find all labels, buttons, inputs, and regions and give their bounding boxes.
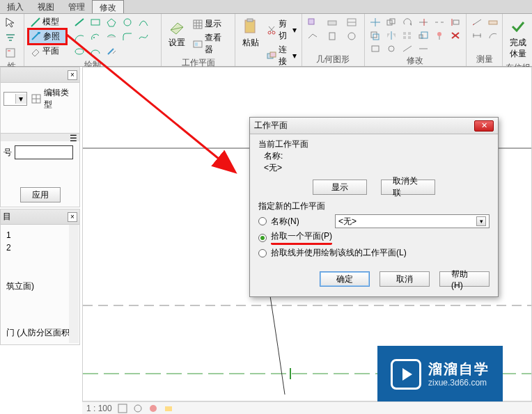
mod-15[interactable] xyxy=(400,42,415,56)
sb-icon[interactable] xyxy=(118,404,127,413)
plane-btn[interactable]: 平面 xyxy=(29,45,66,58)
close-icon[interactable]: × xyxy=(68,70,77,80)
tree-row[interactable]: 2 xyxy=(3,241,77,254)
halfellipse-tool[interactable] xyxy=(88,45,103,58)
group-measure-label: 测量 xyxy=(469,53,499,66)
ok-button[interactable]: 确定 xyxy=(320,271,370,287)
svg-point-25 xyxy=(272,31,275,34)
pick-lines-tool[interactable] xyxy=(104,45,119,58)
ellipse-tool[interactable] xyxy=(72,45,87,58)
mod-16[interactable] xyxy=(416,42,431,56)
viewer-btn[interactable]: 查看器 xyxy=(191,31,231,56)
dialog-title: 工作平面 xyxy=(254,120,288,132)
apply-btn[interactable]: 应用 xyxy=(20,187,61,202)
tree-row[interactable]: 筑立面) xyxy=(3,279,77,294)
mod-13[interactable] xyxy=(368,42,383,56)
finish-btn[interactable]: 完成 休量 xyxy=(506,15,531,61)
cut-btn[interactable]: 剪切 ▾ xyxy=(265,17,299,42)
svg-line-7 xyxy=(75,19,84,26)
mod-rotate[interactable] xyxy=(400,15,415,29)
arc-start-tool[interactable] xyxy=(72,30,87,44)
cancel-button[interactable]: 取消 xyxy=(380,271,430,287)
close-icon[interactable]: ✕ xyxy=(474,120,494,132)
tab-insert[interactable]: 插入 xyxy=(0,0,31,13)
fillet-tool[interactable] xyxy=(120,30,135,44)
meas-3[interactable] xyxy=(469,29,485,42)
svg-rect-3 xyxy=(6,49,15,57)
mod-delete[interactable] xyxy=(448,29,463,42)
help-button[interactable]: 帮助(H) xyxy=(439,271,490,287)
sb-icon[interactable] xyxy=(148,404,158,413)
watermark-title: 溜溜自学 xyxy=(428,360,490,378)
mod-mirror[interactable] xyxy=(384,29,399,42)
plane-icon xyxy=(31,47,40,56)
viewer-icon xyxy=(193,39,203,49)
select-icon[interactable] xyxy=(3,15,18,29)
opt-line-label: 拾取线并使用绘制该线的工作平面(L) xyxy=(271,247,407,259)
radio-pick-plane[interactable] xyxy=(258,234,267,242)
arc-center-tool[interactable] xyxy=(88,30,103,44)
rect-tool[interactable] xyxy=(88,15,103,29)
show-workplane-btn[interactable]: 显示 xyxy=(191,17,231,31)
arc-tan-tool[interactable] xyxy=(104,30,119,44)
set-workplane-btn[interactable]: 设置 xyxy=(164,15,189,50)
scrollbar[interactable] xyxy=(69,225,79,343)
radio-pick-line[interactable] xyxy=(258,249,267,257)
type-combo[interactable]: ▾ xyxy=(3,92,27,106)
field-input[interactable] xyxy=(15,145,73,159)
meas-1[interactable] xyxy=(469,15,485,29)
ribbon: 性 模型 参照 平面 xyxy=(0,14,532,67)
meas-4[interactable] xyxy=(485,29,501,42)
tree-row[interactable]: 1 xyxy=(3,229,77,241)
sb-icon[interactable] xyxy=(164,404,173,413)
paste-btn[interactable]: 粘贴 xyxy=(238,15,263,50)
line-tool[interactable] xyxy=(72,15,87,29)
svg-rect-21 xyxy=(195,42,198,46)
mod-move[interactable] xyxy=(368,15,383,29)
tree-hdr-label: 目 xyxy=(3,211,11,223)
join-btn[interactable]: 连接 ▾ xyxy=(265,43,299,68)
close-icon[interactable]: × xyxy=(68,212,77,222)
sb-icon[interactable] xyxy=(133,404,143,413)
geo-4[interactable] xyxy=(305,29,320,43)
svg-rect-43 xyxy=(453,20,459,24)
circle-tool[interactable] xyxy=(120,15,135,29)
mod-scale[interactable] xyxy=(416,29,431,42)
tab-modify[interactable]: 修改 xyxy=(92,0,124,13)
props-icon[interactable] xyxy=(3,46,18,60)
edit-type-btn[interactable]: 编辑类型 xyxy=(31,87,77,111)
filter-icon[interactable] xyxy=(3,31,18,45)
geo-1[interactable] xyxy=(305,15,320,29)
arc3-tool[interactable] xyxy=(136,15,151,29)
workplane-dialog: 工作平面 ✕ 当前工作平面 名称: <无> 显示 取消关联 指定新的工作平面 名… xyxy=(249,117,499,297)
mod-14[interactable] xyxy=(384,42,399,56)
ref-plane-btn[interactable]: 参照 xyxy=(29,29,66,44)
mod-trim[interactable] xyxy=(416,15,431,29)
geo-5[interactable] xyxy=(324,29,340,43)
radio-name[interactable] xyxy=(258,217,267,225)
mod-pin[interactable] xyxy=(432,29,447,42)
name-value: <无> xyxy=(264,162,490,174)
show-btn[interactable]: 显示 xyxy=(313,180,367,195)
scale-label[interactable]: 1 : 100 xyxy=(86,404,112,413)
poly-tool[interactable] xyxy=(104,15,119,29)
tab-view[interactable]: 视图 xyxy=(31,0,61,13)
unlink-btn[interactable]: 取消关联 xyxy=(381,180,435,195)
tab-manage[interactable]: 管理 xyxy=(61,0,92,13)
mod-copy[interactable] xyxy=(384,15,399,29)
meas-2[interactable] xyxy=(485,15,501,29)
mod-offset[interactable] xyxy=(368,29,383,42)
model-line-btn[interactable]: 模型 xyxy=(29,15,66,29)
cut-icon xyxy=(267,25,276,35)
mod-array[interactable] xyxy=(400,29,415,42)
opt-pick-label: 拾取一个平面(P) xyxy=(271,230,332,245)
mod-split[interactable] xyxy=(432,15,447,29)
mod-align[interactable] xyxy=(448,15,463,29)
geo-2[interactable] xyxy=(324,15,340,29)
name-select[interactable]: <无>▾ xyxy=(335,214,490,228)
svg-rect-73 xyxy=(118,404,127,413)
tree-row[interactable]: 门 (人防分区面积) xyxy=(3,326,77,340)
spline-tool[interactable] xyxy=(136,30,151,44)
geo-3[interactable] xyxy=(344,15,359,29)
geo-6[interactable] xyxy=(344,29,359,43)
